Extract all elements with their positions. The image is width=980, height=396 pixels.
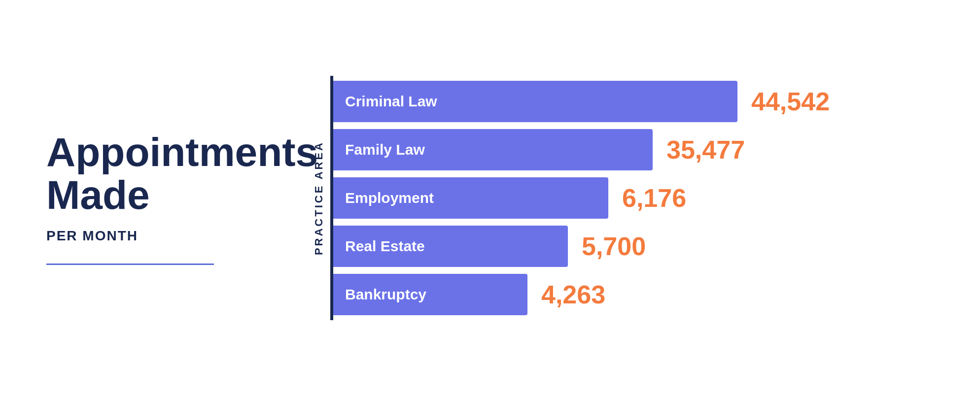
- bar-label: Family Law: [345, 141, 425, 158]
- bar-label: Employment: [345, 190, 434, 206]
- bar-fill: Family Law: [333, 129, 653, 170]
- y-axis-label: PRACTICE AREA: [313, 141, 325, 255]
- bar-wrapper: Family Law 35,477: [333, 129, 745, 170]
- bar-value: 6,176: [622, 183, 686, 213]
- bar-wrapper: Bankruptcy 4,263: [333, 274, 605, 315]
- bar-row: Real Estate 5,700: [333, 226, 934, 267]
- chart-area: PRACTICE AREA Criminal Law 44,542 Family…: [313, 76, 934, 320]
- bar-label: Real Estate: [345, 238, 425, 255]
- bar-fill: Bankruptcy: [333, 274, 527, 315]
- bar-value: 4,263: [541, 280, 605, 309]
- bar-wrapper: Criminal Law 44,542: [333, 81, 830, 122]
- bar-row: Family Law 35,477: [333, 129, 934, 170]
- bars-container: Criminal Law 44,542 Family Law 35,477 Em…: [333, 76, 934, 320]
- bar-row: Bankruptcy 4,263: [333, 274, 934, 315]
- bar-value: 35,477: [666, 135, 745, 165]
- bar-fill: Criminal Law: [333, 81, 737, 122]
- bar-row: Criminal Law 44,542: [333, 81, 934, 122]
- bar-label: Bankruptcy: [345, 286, 426, 303]
- bar-wrapper: Real Estate 5,700: [333, 226, 646, 267]
- title-divider: [46, 264, 214, 265]
- main-container: Appointments Made PER MONTH PRACTICE ARE…: [46, 76, 934, 320]
- chart-subtitle: PER MONTH: [46, 228, 283, 244]
- left-panel: Appointments Made PER MONTH: [46, 131, 283, 264]
- bar-row: Employment 6,176: [333, 177, 934, 219]
- bar-label: Criminal Law: [345, 93, 437, 110]
- bar-value: 44,542: [751, 87, 830, 116]
- bar-value: 5,700: [582, 231, 646, 261]
- chart-title: Appointments Made: [46, 131, 283, 216]
- bar-fill: Real Estate: [333, 226, 568, 267]
- bar-wrapper: Employment 6,176: [333, 177, 686, 219]
- bar-fill: Employment: [333, 177, 608, 219]
